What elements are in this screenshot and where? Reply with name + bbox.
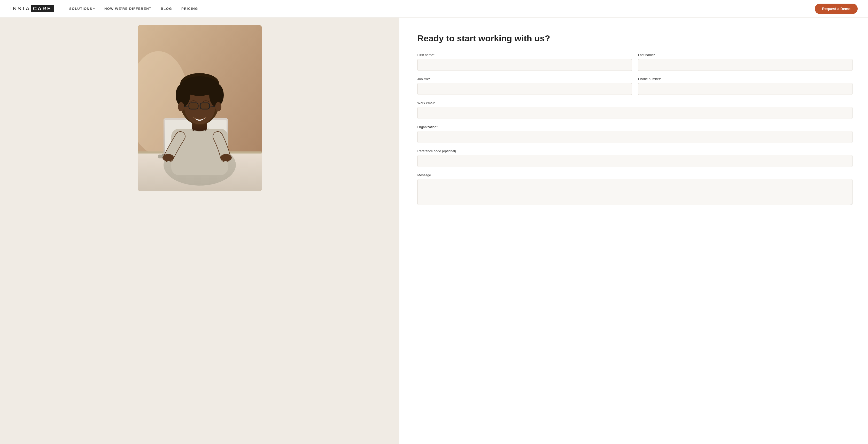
phone-group: Phone number* [638, 77, 852, 95]
last-name-group: Last name* [638, 53, 852, 71]
org-section: Organization* [417, 125, 852, 143]
svg-rect-19 [189, 103, 197, 109]
navbar: INSTA CARE SOLUTIONS ▾ HOW WE'RE DIFFERE… [0, 0, 868, 18]
chevron-down-icon: ▾ [93, 7, 95, 10]
message-section: Message [417, 173, 852, 205]
message-group: Message [417, 173, 852, 205]
first-name-label: First name* [417, 53, 632, 57]
right-panel: Ready to start working with us? First na… [399, 18, 868, 444]
logo[interactable]: INSTA CARE [10, 5, 54, 12]
job-title-group: Job title* [417, 77, 632, 95]
first-name-group: First name* [417, 53, 632, 71]
nav-item-blog[interactable]: BLOG [161, 7, 172, 10]
message-label: Message [417, 173, 852, 177]
request-demo-button[interactable]: Request a Demo [815, 4, 858, 14]
job-phone-row: Job title* Phone number* [417, 77, 852, 95]
left-panel [0, 18, 399, 444]
org-group: Organization* [417, 125, 852, 143]
svg-point-22 [220, 154, 232, 161]
svg-rect-20 [201, 103, 209, 109]
form-title: Ready to start working with us? [417, 33, 852, 44]
logo-care-text: CARE [31, 5, 54, 12]
nav-cta-area: Request a Demo [815, 4, 858, 14]
org-label: Organization* [417, 125, 852, 129]
job-title-input[interactable] [417, 83, 632, 95]
job-title-label: Job title* [417, 77, 632, 81]
svg-point-27 [178, 102, 184, 111]
email-label: Work email* [417, 101, 852, 105]
nav-item-solutions[interactable]: SOLUTIONS ▾ [69, 7, 95, 10]
phone-label: Phone number* [638, 77, 852, 81]
phone-input[interactable] [638, 83, 852, 95]
logo-insta-text: INSTA [10, 6, 30, 11]
last-name-label: Last name* [638, 53, 852, 57]
hero-image-svg [138, 25, 262, 191]
svg-point-28 [215, 102, 221, 111]
reference-input[interactable] [417, 155, 852, 167]
last-name-input[interactable] [638, 59, 852, 71]
first-name-input[interactable] [417, 59, 632, 71]
hero-photo [138, 25, 262, 191]
org-input[interactable] [417, 131, 852, 143]
reference-section: Reference code (optional) [417, 149, 852, 167]
reference-group: Reference code (optional) [417, 149, 852, 167]
nav-item-how-different[interactable]: HOW WE'RE DIFFERENT [104, 7, 152, 10]
email-group: Work email* [417, 101, 852, 119]
main-content: Ready to start working with us? First na… [0, 18, 868, 444]
message-textarea[interactable] [417, 179, 852, 205]
nav-item-pricing[interactable]: PRICING [181, 7, 198, 10]
svg-point-21 [162, 154, 174, 161]
email-section: Work email* [417, 101, 852, 119]
name-row: First name* Last name* [417, 53, 852, 71]
email-input[interactable] [417, 107, 852, 119]
reference-label: Reference code (optional) [417, 149, 852, 153]
nav-links: SOLUTIONS ▾ HOW WE'RE DIFFERENT BLOG PRI… [69, 7, 815, 10]
